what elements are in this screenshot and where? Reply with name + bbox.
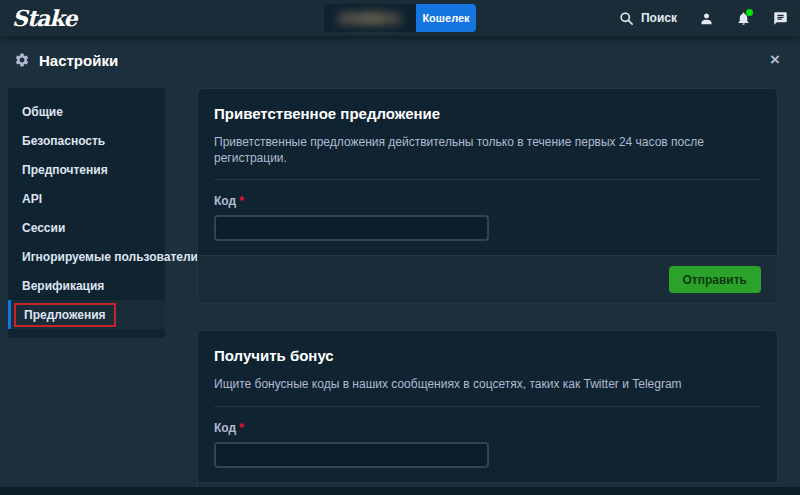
close-icon[interactable]: × (764, 50, 786, 70)
welcome-code-input[interactable] (214, 215, 489, 241)
stake-logo[interactable]: Stake (12, 5, 77, 31)
red-annotation-box: Предложения (14, 303, 116, 327)
required-asterisk: * (239, 421, 244, 435)
settings-body: Общие Безопасность Предпочтения API Сесс… (0, 84, 800, 495)
card-title: Приветственное предложение (214, 105, 761, 122)
search-button[interactable]: Поиск (619, 11, 677, 26)
claim-bonus-card: Получить бонус Ищите бонусные коды в наш… (197, 330, 778, 495)
gear-icon (14, 52, 30, 68)
sidebar-item-verification[interactable]: Верификация (8, 271, 165, 300)
card-title: Получить бонус (214, 347, 761, 364)
card-description: Ищите бонусные коды в наших сообщениях в… (214, 376, 761, 392)
sidebar-item-security[interactable]: Безопасность (8, 126, 165, 155)
user-icon[interactable] (699, 11, 714, 26)
balance-display[interactable] (324, 4, 416, 32)
sidebar-item-offers[interactable]: Предложения (8, 300, 165, 329)
redacted-balance-blur (338, 12, 402, 25)
balance-group: Кошелек (324, 4, 476, 32)
offers-content: Приветственное предложение Приветственны… (197, 88, 778, 495)
card-footer: Отправить (198, 255, 777, 303)
topbar: Stake Кошелек Поиск (0, 0, 800, 36)
code-field-label: Код* (214, 194, 244, 208)
notification-dot (746, 9, 753, 16)
bonus-code-input[interactable] (214, 442, 489, 468)
sidebar-item-api[interactable]: API (8, 184, 165, 213)
page-bottom-edge (0, 487, 800, 495)
search-icon (619, 11, 634, 26)
sidebar-item-ignored-users[interactable]: Игнорируемые пользователи (8, 242, 165, 271)
card-description: Приветственные предложения действительны… (214, 134, 761, 166)
page-title: Настройки (39, 52, 118, 69)
notifications-button[interactable] (736, 11, 751, 26)
divider (214, 406, 761, 407)
search-label: Поиск (641, 11, 677, 25)
sidebar-item-sessions[interactable]: Сессии (8, 213, 165, 242)
topbar-actions: Поиск (619, 11, 788, 26)
welcome-offer-card: Приветственное предложение Приветственны… (197, 88, 778, 304)
divider (214, 179, 761, 180)
wallet-button[interactable]: Кошелек (416, 4, 476, 32)
sidebar-item-preferences[interactable]: Предпочтения (8, 155, 165, 184)
submit-button[interactable]: Отправить (669, 266, 761, 293)
settings-sidebar: Общие Безопасность Предпочтения API Сесс… (8, 88, 165, 338)
sidebar-item-general[interactable]: Общие (8, 97, 165, 126)
required-asterisk: * (239, 194, 244, 208)
code-field-label: Код* (214, 421, 244, 435)
settings-header: Настройки × (0, 36, 800, 84)
chat-icon[interactable] (773, 11, 788, 26)
